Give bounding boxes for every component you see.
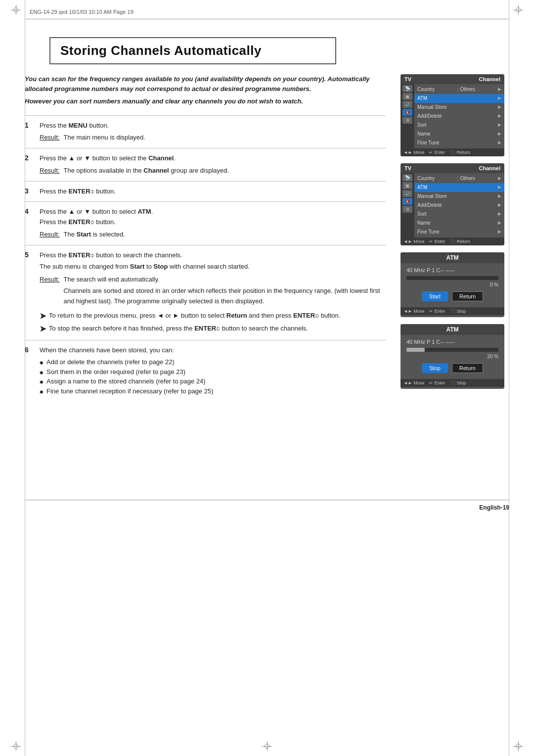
- menu-item-country-1: Country: Others▶: [414, 85, 504, 94]
- tv-menu-footer-1: ◄► Move ↵ Enter ⬛ Return: [400, 148, 504, 156]
- title-box: Storing Channels Automatically: [49, 37, 336, 64]
- icon-grid: ▦: [402, 93, 412, 100]
- step-2: 2 Press the ▲ or ▼ button to select the …: [25, 148, 386, 181]
- icon-mute-2: 🔇: [402, 198, 412, 205]
- step-3: 3 Press the ENTER⌽ button.: [25, 181, 386, 202]
- atm-progress-fill-2: [406, 348, 425, 352]
- step-6: 6 When the channels have been stored, yo…: [25, 340, 386, 401]
- main-content: You can scan for the frequency ranges av…: [25, 64, 509, 401]
- step-5-result: Result: The search will end automaticall…: [40, 275, 386, 306]
- left-column: You can scan for the frequency ranges av…: [25, 64, 391, 401]
- tv-menu-header-1: TV Channel: [400, 74, 504, 84]
- atm-percent-1: 0 %: [406, 282, 498, 287]
- menu-item-name-2: Name▶: [414, 219, 504, 228]
- icon-grid-2: ▦: [402, 182, 412, 189]
- tv-menu-body-1: 📡 ▦ 🔊 🔇 ⚙ Country: Others▶ ATM▶: [400, 84, 504, 148]
- tv-menu-icons-1: 📡 ▦ 🔊 🔇 ⚙: [400, 84, 414, 148]
- atm-header-1: ATM: [400, 252, 504, 263]
- atm-buttons-2: Stop Return: [406, 363, 498, 373]
- footer-enter-2: ↵ Enter: [429, 239, 445, 244]
- icon-antenna-2: 📡: [402, 174, 412, 181]
- step-5-content: Press the ENTER⌽ button to search the ch…: [40, 250, 386, 335]
- bullet-3: Assign a name to the stored channels (re…: [40, 377, 386, 386]
- result-label-2: Result:: [40, 166, 59, 176]
- tv-menu-header-2: TV Channel: [400, 163, 504, 173]
- icon-settings-2: ⚙: [402, 206, 412, 213]
- menu-item-atm-2: ATM▶: [414, 183, 504, 192]
- tv-header-right-2: Channel: [479, 165, 500, 171]
- step-1-number: 1: [25, 121, 34, 143]
- bullet-1-text: Add or delete the channels (refer to pag…: [46, 357, 175, 367]
- step-2-main: Press the ▲ or ▼ button to select the Ch…: [40, 153, 386, 164]
- tv-header-left-1: TV: [404, 76, 411, 82]
- step-5-result-2: Channels are sorted and stored in an ord…: [63, 286, 386, 307]
- bullet-4: Fine tune channel reception if necessary…: [40, 386, 386, 396]
- step-6-bullets: Add or delete the channels (refer to pag…: [40, 357, 386, 396]
- atm-stop-btn[interactable]: Stop: [422, 363, 448, 373]
- steps-list: 1 Press the MENU button. Result: The mai…: [25, 115, 386, 401]
- bullet-2: Sort them in the order required (refer t…: [40, 367, 386, 377]
- menu-item-finetune-1: Fine Tune▶: [414, 139, 504, 147]
- icon-settings: ⚙: [402, 117, 412, 124]
- tv-menu-body-2: 📡 ▦ 🔊 🔇 ⚙ Country: Others▶ ATM▶: [400, 173, 504, 237]
- right-column: TV Channel 📡 ▦ 🔊 🔇 ⚙ Country: Others▶: [400, 64, 509, 401]
- atm-footer-stop-2: ⬛ Stop: [450, 380, 466, 385]
- atm-start-btn[interactable]: Start: [422, 291, 448, 301]
- tv-header-right-1: Channel: [479, 76, 500, 82]
- footer-return-2: ⬛ Return: [450, 239, 470, 244]
- step-6-content: When the channels have been stored, you …: [40, 345, 386, 396]
- atm-footer-stop-1: ⬛ Stop: [450, 309, 466, 314]
- menu-item-adddelete-2: Add/Delete▶: [414, 201, 504, 210]
- intro-text: You can scan for the frequency ranges av…: [25, 74, 386, 106]
- menu-item-manual-1: Manual Store▶: [414, 103, 504, 112]
- icon-sound: 🔊: [402, 101, 412, 108]
- step-1: 1 Press the MENU button. Result: The mai…: [25, 115, 386, 148]
- atm-box-1: ATM 40 MHz P 1 C-- ----- 0 % Start Retur…: [400, 252, 504, 317]
- step-5-result-1: The search will end automatically.: [63, 275, 386, 285]
- step-6-main: When the channels have been stored, you …: [40, 345, 386, 356]
- step-5-sub: The sub menu is changed from Start to St…: [40, 262, 386, 272]
- menu-item-adddelete-1: Add/Delete▶: [414, 112, 504, 121]
- atm-footer-enter-1: ↵ Enter: [429, 309, 445, 314]
- step-3-number: 3: [25, 187, 34, 197]
- intro-p2: However you can sort numbers manually an…: [25, 96, 386, 106]
- step-1-content: Press the MENU button. Result: The main …: [40, 121, 386, 143]
- atm-return-btn-2[interactable]: Return: [452, 363, 483, 373]
- step-2-content: Press the ▲ or ▼ button to select the Ch…: [40, 153, 386, 176]
- menu-item-name-1: Name▶: [414, 130, 504, 139]
- step-2-number: 2: [25, 153, 34, 176]
- file-ref: ENG-14-29.qxd 10/1/03 10:10 AM Page 19: [30, 9, 134, 15]
- atm-percent-2: 20 %: [406, 354, 498, 359]
- arrow-symbol-1: ➤: [40, 311, 46, 322]
- atm-return-btn-1[interactable]: Return: [452, 291, 483, 301]
- meta-line: ENG-14-29.qxd 10/1/03 10:10 AM Page 19: [0, 0, 534, 15]
- step-6-number: 6: [25, 345, 34, 396]
- step-4-main-2: Press the ENTER⌽ button.: [40, 217, 386, 228]
- step-2-result: Result: The options available in the Cha…: [40, 166, 386, 176]
- footer-move-2: ◄► Move: [403, 239, 424, 244]
- step-1-main: Press the MENU button.: [40, 121, 386, 131]
- menu-item-manual-2: Manual Store▶: [414, 192, 504, 201]
- step-5-arrow-1: ➤ To return to the previous menu, press …: [40, 311, 386, 322]
- step-4: 4 Press the ▲ or ▼ button to select ATM.…: [25, 201, 386, 244]
- menu-item-sort-2: Sort▶: [414, 210, 504, 219]
- crosshair-br: [513, 741, 523, 751]
- page-border-top: [25, 19, 509, 19]
- footer-move-1: ◄► Move: [403, 150, 424, 155]
- menu-item-country-2: Country: Others▶: [414, 174, 504, 183]
- crosshair-bl: [11, 741, 21, 751]
- atm-body-1: 40 MHz P 1 C-- ----- 0 % Start Return: [400, 263, 504, 305]
- step-5-arrow-2-text: To stop the search before it has finishe…: [49, 324, 308, 334]
- step-5-number: 5: [25, 250, 34, 335]
- atm-footer-move-2: ◄► Move: [403, 380, 424, 385]
- atm-progress-bar-2: [406, 348, 498, 352]
- result-text-4: The Start is selected.: [63, 230, 125, 240]
- icon-sound-2: 🔊: [402, 190, 412, 197]
- arrow-symbol-2: ➤: [40, 324, 46, 334]
- footer-enter-1: ↵ Enter: [429, 150, 445, 155]
- crosshair-tr: [513, 5, 523, 15]
- menu-item-sort-1: Sort▶: [414, 121, 504, 130]
- right-margin-line: [509, 0, 509, 756]
- bottom-space: [0, 401, 534, 500]
- tv-menu-items-2: Country: Others▶ ATM▶ Manual Store▶ Add/…: [414, 173, 504, 237]
